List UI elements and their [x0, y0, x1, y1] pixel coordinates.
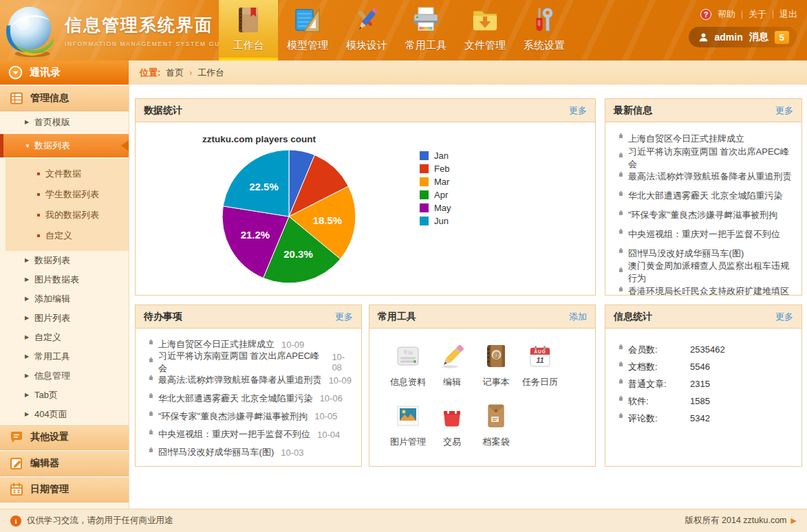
tool-notebook[interactable]: @ 记事本	[474, 342, 518, 388]
news-list: 上海自贸区今日正式挂牌成立 习近平将访东南亚两国 首次出席APEC峰会 最高法:…	[605, 122, 801, 295]
tool-edit[interactable]: 编辑	[430, 342, 474, 388]
more-link[interactable]: 更多	[775, 311, 793, 323]
nav-item-system-settings[interactable]: 系统设置	[515, 0, 574, 60]
notebook-icon	[233, 5, 263, 35]
sidebar-item-contacts[interactable]: 通讯录	[0, 60, 129, 85]
stat-value: 1585	[690, 396, 710, 406]
main-content: 数据统计 更多 zztuku.com players count 18.5%20…	[129, 85, 807, 509]
sidebar-label: 通讯录	[30, 66, 61, 79]
info-icon: i	[10, 516, 21, 527]
news-item[interactable]: 澳门黄金周加派稽查人员监察出租车违规行为	[619, 263, 795, 282]
pie-slice-label: 20.3%	[283, 248, 313, 260]
add-link[interactable]: 添加	[569, 311, 587, 323]
footer-arrow-icon: ▶	[791, 516, 797, 525]
tool-label: 档案袋	[474, 436, 518, 448]
sidebar-item-data-list-active[interactable]: 数据列表	[0, 134, 129, 157]
sidebar-label: 管理信息	[30, 92, 69, 104]
legend-swatch	[420, 203, 429, 212]
todo-date: 10-09	[329, 375, 352, 386]
messages-label[interactable]: 消息	[749, 31, 768, 43]
nav-item-common-tools[interactable]: 常用工具	[396, 0, 455, 60]
more-link[interactable]: 更多	[335, 311, 353, 323]
tool-task-calendar[interactable]: AUG 11 任务日历	[518, 342, 562, 388]
todo-item[interactable]: "环保专家"董良杰涉嫌寻衅滋事被刑拘10-05	[149, 408, 354, 425]
list-bullet	[619, 230, 623, 234]
sidebar-item-info-management[interactable]: 信息管理	[0, 366, 129, 386]
sidebar-subitem-custom[interactable]: 自定义	[6, 225, 129, 246]
todo-text: 囧!悍马没改好成华丽马车(图)	[158, 446, 274, 458]
tool-info-data[interactable]: 信息资料	[386, 342, 430, 388]
sidebar-subitem-my-data-list[interactable]: 我的数据列表	[6, 205, 129, 225]
news-item[interactable]: "环保专家"董良杰涉嫌寻衅滋事被刑拘	[619, 206, 795, 225]
logout-link[interactable]: 退出	[779, 8, 797, 21]
sidebar-section-date-management[interactable]: 日期管理	[0, 476, 129, 502]
pencil-icon	[438, 342, 466, 370]
todo-date: 10-08	[332, 352, 354, 373]
nav-item-module-design[interactable]: 模块设计	[337, 0, 396, 60]
panel-data-stats: 数据统计 更多 zztuku.com players count 18.5%20…	[135, 98, 596, 296]
sidebar-item-404-page[interactable]: 404页面	[0, 405, 129, 424]
nav-item-file-management[interactable]: 文件管理	[455, 0, 515, 60]
sidebar-item-image-list[interactable]: 图片列表	[0, 309, 129, 328]
sidebar-section-other-settings[interactable]: 其他设置	[0, 424, 129, 450]
sidebar-label: Tab页	[34, 390, 58, 400]
more-link[interactable]: 更多	[569, 104, 587, 117]
sidebar-item-data-list[interactable]: 数据列表	[0, 251, 129, 270]
sidebar-item-tab-page[interactable]: Tab页	[0, 386, 129, 405]
news-item[interactable]: 中央巡视组：重庆对一把手监督不到位	[619, 225, 795, 244]
tool-trade[interactable]: 交易	[430, 402, 474, 448]
sidebar-label: 图片数据表	[34, 274, 79, 285]
sidebar-label: 添加编辑	[34, 293, 70, 304]
panel-title: 最新信息	[614, 104, 652, 117]
shopping-bag-icon	[438, 402, 466, 430]
sidebar-subitem-file-data[interactable]: 文件数据	[6, 164, 129, 184]
news-text: "环保专家"董良杰涉嫌寻衅滋事被刑拘	[628, 209, 777, 221]
more-link[interactable]: 更多	[775, 104, 793, 117]
sidebar-item-image-data-table[interactable]: 图片数据表	[0, 270, 129, 289]
sidebar-subitem-student-data-list[interactable]: 学生数据列表	[6, 184, 129, 205]
sidebar-item-add-edit[interactable]: 添加编辑	[0, 289, 129, 309]
stat-label: 普通文章:	[628, 378, 685, 390]
chart-legend: JanFebMarAprMayJun	[420, 149, 451, 228]
sidebar-section-editor[interactable]: 编辑器	[0, 450, 129, 476]
svg-text:11: 11	[536, 356, 544, 364]
panel-title: 常用工具	[378, 311, 416, 323]
stat-row: 普通文章:2315	[619, 375, 795, 392]
legend-item-jun: Jun	[420, 214, 451, 228]
nav-label: 工作台	[219, 39, 278, 52]
info-stats-list: 会员数:2535462 文档数:5546 普通文章:2315 软件:1585 评…	[605, 329, 801, 427]
news-item[interactable]: 最高法:谎称炸弹致航班备降者从重追刑责	[619, 168, 795, 187]
nav-item-workbench[interactable]: 工作台	[219, 0, 278, 60]
sidebar-item-home-template[interactable]: 首页模版	[0, 111, 129, 133]
help-link[interactable]: 帮助	[718, 8, 735, 21]
todo-item[interactable]: 习近平将访东南亚两国 首次出席APEC峰会10-08	[149, 353, 354, 371]
photo-icon	[394, 402, 422, 430]
sidebar-label: 图片列表	[34, 313, 70, 323]
breadcrumb-home[interactable]: 首页	[166, 67, 184, 79]
news-item[interactable]: 华北大部遭遇雾霾天 北京全城陷重污染	[619, 186, 795, 206]
list-bullet	[619, 135, 623, 138]
news-item[interactable]: 习近平将访东南亚两国 首次出席APEC峰会	[619, 148, 795, 168]
about-link[interactable]: 关于	[749, 8, 766, 21]
sidebar-label: 编辑器	[30, 457, 59, 469]
nav-item-model-management[interactable]: 模型管理	[278, 0, 337, 60]
list-bullet	[149, 359, 153, 362]
sidebar-item-custom[interactable]: 自定义	[0, 328, 129, 347]
message-count-badge[interactable]: 5	[775, 31, 789, 44]
list-bullet	[619, 363, 623, 366]
todo-item[interactable]: 中央巡视组：重庆对一把手监督不到位10-04	[149, 425, 354, 443]
news-text: 囧!悍马没改好成华丽马车(图)	[628, 247, 744, 260]
calendar-icon: AUG 11	[526, 342, 554, 370]
tool-archive[interactable]: 档案袋	[474, 402, 518, 448]
news-text: 上海自贸区今日正式挂牌成立	[628, 133, 744, 145]
stat-label: 软件:	[628, 395, 685, 408]
pie-chart: 18.5%20.3%21.2%22.5%	[220, 148, 358, 285]
todo-item[interactable]: 囧!悍马没改好成华丽马车(图)10-03	[149, 443, 354, 461]
user-pill[interactable]: admin 消息 5	[689, 27, 797, 47]
todo-item[interactable]: 华北大部遭遇雾霾天 北京全城陷重污染10-06	[149, 390, 354, 408]
stat-value: 2315	[690, 379, 710, 389]
todo-text: 中央巡视组：重庆对一把手监督不到位	[158, 428, 310, 441]
sidebar-item-common-tools[interactable]: 常用工具	[0, 347, 129, 366]
tool-image-management[interactable]: 图片管理	[386, 402, 430, 448]
sidebar-section-admin-info[interactable]: 管理信息	[0, 85, 129, 111]
